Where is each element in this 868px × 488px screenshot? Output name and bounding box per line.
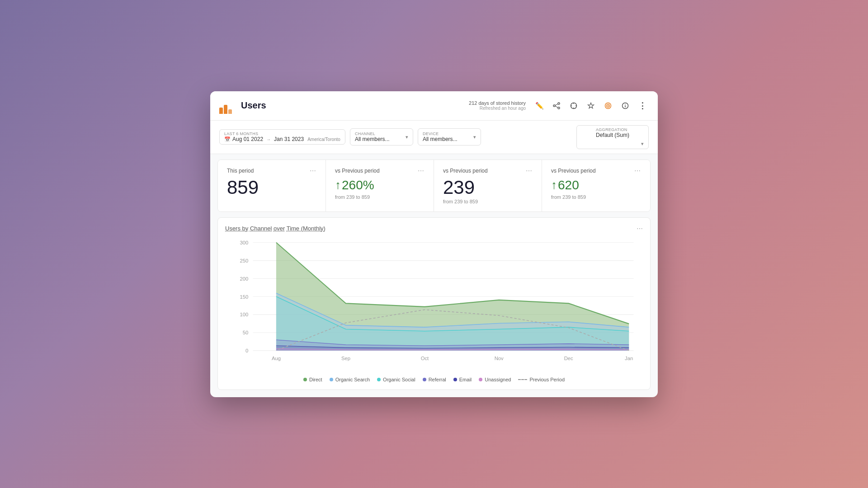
legend-unassigned-dot <box>479 378 482 381</box>
header-days: 212 days of stored history <box>469 100 526 106</box>
dashboard-container: Users 212 days of stored history Refresh… <box>210 91 658 397</box>
svg-text:100: 100 <box>240 312 249 317</box>
svg-text:Dec: Dec <box>564 356 573 361</box>
svg-text:Sep: Sep <box>341 356 350 361</box>
metric-card-prev-value: vs Previous period ⋯ 239 from 239 to 859 <box>434 160 542 211</box>
svg-point-1 <box>553 105 555 107</box>
metric-2-title: vs Previous period <box>335 168 380 174</box>
svg-text:50: 50 <box>243 330 249 335</box>
metric-4-subtitle: from 239 to 859 <box>551 194 641 200</box>
chart-section: Users by Channel over Time (Monthly) ⋯ <box>217 217 651 390</box>
metric-4-arrow: ↑ <box>551 178 557 192</box>
legend-referral-dot <box>423 378 426 381</box>
logo <box>219 98 236 114</box>
svg-text:300: 300 <box>240 239 249 245</box>
chart-more-icon[interactable]: ⋯ <box>637 225 643 232</box>
legend-unassigned: Unassigned <box>479 377 511 382</box>
legend-email-dot <box>453 378 457 381</box>
chart-header: Users by Channel over Time (Monthly) ⋯ <box>225 225 643 232</box>
aggregation-chevron-icon: ▾ <box>641 141 644 147</box>
legend-organic-social: Organic Social <box>377 377 415 382</box>
metric-3-subtitle: from 239 to 859 <box>443 199 533 204</box>
svg-point-13 <box>608 105 609 106</box>
chart-time-label: Time (Monthly) <box>287 225 326 232</box>
legend-organic-search-dot <box>330 378 333 381</box>
metric-4-more[interactable]: ⋯ <box>634 167 641 174</box>
header-refresh: Refreshed an hour ago <box>469 106 526 111</box>
metric-1-value: 859 <box>227 178 316 197</box>
svg-point-2 <box>558 107 560 109</box>
legend-direct-dot <box>303 378 307 381</box>
metric-4-change: ↑ 620 <box>551 178 641 192</box>
metric-4-value: 620 <box>558 178 579 192</box>
device-chevron-icon: ▾ <box>473 134 476 140</box>
channel-chevron-icon: ▾ <box>406 134 408 140</box>
device-filter[interactable]: Device All members... ▾ <box>418 128 481 145</box>
header-meta: 212 days of stored history Refreshed an … <box>469 100 526 111</box>
svg-text:Nov: Nov <box>495 356 504 361</box>
channel-filter[interactable]: Channel All members... ▾ <box>350 128 413 145</box>
metric-2-change: ↑ 260% <box>335 178 425 192</box>
metric-4-title: vs Previous period <box>551 168 596 174</box>
metric-1-title: This period <box>227 168 254 174</box>
chart-area: 0 50 100 150 200 250 300 350 Aug Sep Oct… <box>225 238 643 373</box>
area-chart-svg: 0 50 100 150 200 250 300 350 Aug Sep Oct… <box>225 238 643 364</box>
svg-text:Jan: Jan <box>625 356 633 361</box>
svg-text:0: 0 <box>245 347 248 353</box>
star-icon[interactable] <box>585 99 597 112</box>
metric-2-value: 260% <box>342 178 374 192</box>
header-icons: ✏️ ⋮ <box>533 99 649 112</box>
metric-card-pct-change: vs Previous period ⋯ ↑ 260% from 239 to … <box>326 160 434 211</box>
legend-organic-search: Organic Search <box>330 377 370 382</box>
metric-card-abs-change: vs Previous period ⋯ ↑ 620 from 239 to 8… <box>542 160 650 211</box>
metric-3-value: 239 <box>443 178 533 197</box>
compass-icon[interactable] <box>567 99 580 112</box>
target-icon[interactable] <box>602 99 614 112</box>
svg-line-3 <box>555 104 558 105</box>
share-icon[interactable] <box>550 99 563 112</box>
legend-email: Email <box>453 377 472 382</box>
metric-2-more[interactable]: ⋯ <box>418 167 425 174</box>
chart-dimension: Channel <box>250 225 272 232</box>
legend-referral: Referral <box>423 377 446 382</box>
legend-organic-social-dot <box>377 378 381 381</box>
svg-text:250: 250 <box>240 258 249 263</box>
page-title: Users <box>241 100 469 111</box>
svg-point-16 <box>625 103 626 104</box>
legend-previous-period-line <box>518 379 527 380</box>
chart-legend: Direct Organic Search Organic Social Ref… <box>225 377 643 382</box>
aggregation-filter[interactable]: Aggregation Default (Sum) ▾ <box>576 125 649 149</box>
svg-point-0 <box>558 103 560 104</box>
edit-icon[interactable]: ✏️ <box>533 99 546 112</box>
metric-1-more[interactable]: ⋯ <box>310 167 316 174</box>
more-icon[interactable]: ⋮ <box>636 99 649 112</box>
chart-title: Users by Channel over Time (Monthly) <box>225 225 326 232</box>
legend-direct: Direct <box>303 377 322 382</box>
filters-bar: Last 6 months 📅 Aug 01 2022 → Jan 31 202… <box>210 121 658 154</box>
svg-line-4 <box>555 106 558 107</box>
metric-3-title: vs Previous period <box>443 168 488 174</box>
header: Users 212 days of stored history Refresh… <box>210 91 658 121</box>
date-range-label: Last 6 months <box>224 131 340 136</box>
svg-text:Oct: Oct <box>421 356 429 361</box>
metric-2-subtitle: from 239 to 859 <box>335 194 425 200</box>
svg-marker-10 <box>588 103 594 108</box>
info-icon[interactable] <box>619 99 632 112</box>
metric-card-this-period: This period ⋯ 859 <box>218 160 326 211</box>
date-range-filter[interactable]: Last 6 months 📅 Aug 01 2022 → Jan 31 202… <box>219 129 345 145</box>
metric-2-arrow: ↑ <box>335 178 341 192</box>
metrics-grid: This period ⋯ 859 vs Previous period ⋯ ↑… <box>217 160 651 212</box>
date-range-value: 📅 Aug 01 2022 → Jan 31 2023 America/Toro… <box>224 136 340 142</box>
legend-previous-period: Previous Period <box>518 377 565 382</box>
svg-text:Aug: Aug <box>272 356 281 361</box>
metric-3-more[interactable]: ⋯ <box>526 167 533 174</box>
svg-text:150: 150 <box>240 294 249 299</box>
svg-text:200: 200 <box>240 276 249 281</box>
